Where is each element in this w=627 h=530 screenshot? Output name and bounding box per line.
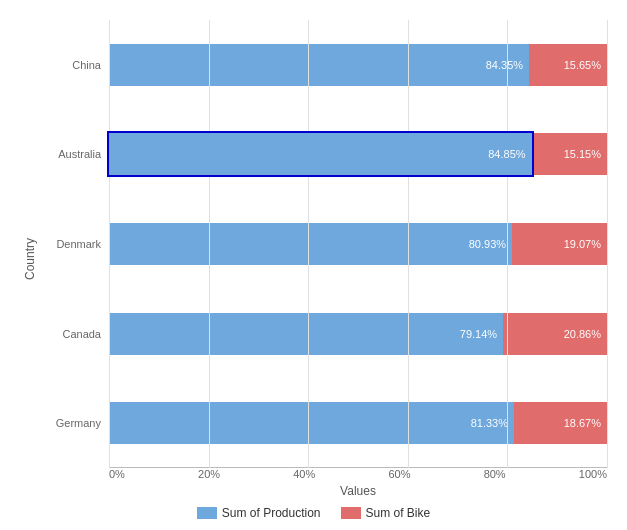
legend-icon-bike [341, 507, 361, 519]
bars-and-yaxis: China Australia Denmark Canada Germany 8… [44, 20, 607, 468]
chart-container: Country China Australia Denmark Canada G… [0, 0, 627, 530]
legend-label-production: Sum of Production [222, 506, 321, 520]
x-tick-60%: 60% [388, 468, 410, 480]
grid-line-0 [109, 20, 110, 468]
grid-line-80 [507, 20, 508, 468]
grid-line-60 [408, 20, 409, 468]
y-tick-australia: Australia [44, 119, 101, 189]
grid-line-40 [308, 20, 309, 468]
grid-line-20 [209, 20, 210, 468]
bar-row-canada: 79.14%20.86% [109, 289, 607, 379]
y-axis-label-container: Country [20, 20, 40, 498]
bar-segment-blue-germany: 81.33% [109, 402, 514, 444]
bar-track-australia: 84.85%15.15% [109, 133, 607, 175]
bar-row-china: 84.35%15.65% [109, 20, 607, 110]
x-tick-40%: 40% [293, 468, 315, 480]
bar-row-australia: 84.85%15.15% [109, 110, 607, 200]
bar-segment-blue-china: 84.35% [109, 44, 529, 86]
x-tick-0%: 0% [109, 468, 125, 480]
y-tick-germany: Germany [44, 388, 101, 458]
x-axis-label: Values [109, 484, 607, 498]
legend: Sum of Production Sum of Bike [20, 506, 607, 520]
x-tick-100%: 100% [579, 468, 607, 480]
bar-row-germany: 81.33%18.67% [109, 378, 607, 468]
legend-item-production: Sum of Production [197, 506, 321, 520]
grid-line-100 [607, 20, 608, 468]
bar-segment-red-denmark: 19.07% [512, 223, 607, 265]
x-axis-ticks: 0%20%40%60%80%100% [109, 468, 607, 480]
bar-segment-red-china: 15.65% [529, 44, 607, 86]
y-tick-denmark: Denmark [44, 209, 101, 279]
bar-segment-blue-denmark: 80.93% [109, 223, 512, 265]
x-tick-20%: 20% [198, 468, 220, 480]
legend-item-bike: Sum of Bike [341, 506, 431, 520]
axis-bottom-line [109, 467, 607, 468]
bar-track-canada: 79.14%20.86% [109, 313, 607, 355]
bar-segment-red-australia: 15.15% [532, 133, 607, 175]
y-tick-china: China [44, 30, 101, 100]
bar-track-germany: 81.33%18.67% [109, 402, 607, 444]
x-tick-80%: 80% [484, 468, 506, 480]
chart-inner: China Australia Denmark Canada Germany 8… [44, 20, 607, 498]
chart-area: Country China Australia Denmark Canada G… [20, 20, 607, 498]
bar-segment-blue-canada: 79.14% [109, 313, 503, 355]
y-tick-canada: Canada [44, 299, 101, 369]
bar-segment-blue-australia: 84.85% [109, 133, 532, 175]
bar-segment-red-germany: 18.67% [514, 402, 607, 444]
bar-row-denmark: 80.93%19.07% [109, 199, 607, 289]
bar-track-denmark: 80.93%19.07% [109, 223, 607, 265]
legend-label-bike: Sum of Bike [366, 506, 431, 520]
legend-icon-production [197, 507, 217, 519]
bar-track-china: 84.35%15.65% [109, 44, 607, 86]
y-axis-label: Country [23, 238, 37, 280]
bars-area: 84.35%15.65% 84.85%15.15% 80.93%19.07% 7… [109, 20, 607, 468]
bar-segment-red-canada: 20.86% [503, 313, 607, 355]
y-axis-ticks: China Australia Denmark Canada Germany [44, 20, 109, 468]
x-axis-container: 0%20%40%60%80%100% Values [109, 468, 607, 498]
